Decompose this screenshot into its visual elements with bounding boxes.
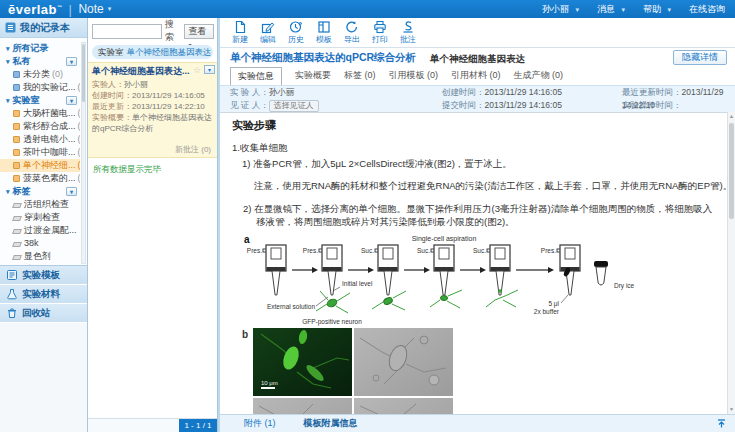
group-menu-button[interactable]: ▾	[66, 96, 77, 105]
panel-a-label: a	[244, 234, 250, 245]
card-menu-button[interactable]: ▾	[204, 65, 215, 74]
group-label: 所有记录	[13, 43, 49, 53]
view-dropdown-button[interactable]: 查看 ▾	[184, 24, 214, 39]
tab-products[interactable]: 生成产物 (0)	[514, 67, 564, 85]
toolbar-export-button[interactable]: 导出	[338, 18, 366, 47]
initial-level-label: Initial level	[342, 280, 373, 287]
field-label: 实验操作时间：	[622, 100, 682, 110]
sidebar-tag-biopsy[interactable]: 活组织检查	[0, 198, 80, 211]
online-support-link[interactable]: 在线咨询	[689, 3, 725, 16]
sidebar-tag-color-reagent[interactable]: 显色剂	[0, 250, 80, 263]
sidebar-tag-transition-metal[interactable]: 过渡金属配...	[0, 224, 80, 237]
hide-details-button[interactable]: 隐藏详情	[673, 50, 727, 65]
dic-image	[354, 328, 453, 396]
toolbar-annotate-button[interactable]: 批注	[394, 18, 422, 47]
toolbar-edit-button[interactable]: 编辑	[254, 18, 282, 47]
tab-experiment-summary[interactable]: 实验概要	[295, 67, 331, 85]
top-header-bar: ēverlab™| Note ▾ 孙小丽 ▾ 消息 ▾ 帮助 ▾ 在线咨询	[0, 0, 735, 18]
collapse-to-top-icon[interactable]	[716, 418, 727, 429]
sidebar-item-tem-mouse[interactable]: 透射电镜小...(0)	[0, 133, 80, 146]
caret-down-icon: ▾	[6, 188, 10, 195]
sidebar-item-my-experiment-records[interactable]: 我的实验记...(1)	[0, 81, 80, 94]
sidebar-item-experiment-templates[interactable]: 实验模板	[0, 266, 87, 285]
sidebar-item-ecoli-electroporation[interactable]: 大肠杆菌电...(5)	[0, 107, 80, 120]
note-card[interactable]: 单个神经细胞基因表达... ☆ ▾ 实验人：孙小丽 创建时间：2013/11/2…	[88, 62, 217, 158]
select-witness-button[interactable]: 选择见证人	[269, 100, 319, 112]
attachments-link[interactable]: 附件 (1)	[244, 417, 276, 430]
annotations-link[interactable]: 新批注 (0)	[175, 144, 211, 155]
item-count: (0)	[78, 134, 80, 144]
caret-down-icon: ▾	[70, 98, 73, 104]
star-icon[interactable]: ☆	[193, 65, 201, 75]
group-menu-button[interactable]: ▾	[66, 187, 77, 196]
sidebar-item-recycle-bin[interactable]: 回收站	[0, 304, 87, 323]
tool-label: 新建	[232, 35, 248, 44]
sidebar-item-single-neuron[interactable]: 单个神经细...(1)	[0, 159, 80, 172]
item-label: 透射电镜小...	[23, 134, 76, 144]
sidebar-group-private[interactable]: ▾私有▾	[0, 55, 80, 68]
dic-image-with-pipette	[253, 398, 352, 414]
experiment-item-icon	[13, 136, 20, 143]
sidebar-tag-puncture[interactable]: 穿刺检查	[0, 211, 80, 224]
scrollbar-thumb[interactable]	[82, 44, 85, 102]
created-value: 2013/11/29 14:16:05	[485, 87, 562, 97]
filter-chip[interactable]: 实验室单个神经细胞基因表达	[92, 45, 213, 59]
buffer-name-label: 2x buffer	[534, 308, 560, 315]
item-label: 菠菜色素的...	[23, 173, 76, 183]
tab-referenced-materials[interactable]: 引用材料 (0)	[451, 67, 501, 85]
notebook-name: 单个神经细胞基因表达	[220, 53, 735, 66]
template-info-link[interactable]: 模板附属信息	[304, 417, 358, 430]
user-menu[interactable]: 孙小丽 ▾	[542, 3, 579, 16]
toolbar-history-button[interactable]: 历史	[282, 18, 310, 47]
figure-b-micrographs: b 10 μm	[242, 328, 721, 414]
sidebar-item-experiment-materials[interactable]: 实验材料	[0, 285, 87, 304]
search-button[interactable]: 搜索	[165, 18, 181, 44]
sidebar-item-spinach-pigment[interactable]: 菠菜色素的...(1)	[0, 172, 80, 185]
sidebar-group-laboratory[interactable]: ▾实验室▾	[0, 94, 80, 107]
created-value: 2013/11/29 14:16:05	[132, 91, 205, 100]
toolbar-print-button[interactable]: 打印	[366, 18, 394, 47]
caret-down-icon: ▾	[6, 97, 10, 104]
sidebar-item-paclitaxel-synthesis[interactable]: 紫杉醇合成...(7)	[0, 120, 80, 133]
neuron-dendrites	[316, 290, 518, 313]
trademark: ™	[57, 3, 63, 9]
toolbar-new-button[interactable]: 新建	[226, 18, 254, 47]
printer-icon	[373, 20, 387, 34]
sidebar-item-tea-caffeine[interactable]: 茶叶中咖啡...(2)	[0, 146, 80, 159]
submitted-value: 2013/11/29 14:16:05	[485, 100, 562, 110]
tool-label: 导出	[344, 35, 360, 44]
sidebar-scrollbar[interactable]	[81, 42, 86, 264]
content-scrollbar[interactable]: ▲ ▼	[727, 112, 735, 414]
field-label: 实 验 人：	[230, 87, 269, 97]
sidebar-item-uncategorized[interactable]: 未分类(0)	[0, 68, 80, 81]
flask-icon	[6, 288, 18, 300]
my-notebook-header[interactable]: 我的记录本	[0, 18, 87, 38]
logo[interactable]: ēverlab™|	[8, 2, 78, 17]
search-bar: 搜索 查看 ▾	[92, 23, 214, 39]
experiment-item-icon	[13, 175, 20, 182]
sidebar-group-all-records[interactable]: ▾所有记录	[0, 42, 80, 55]
notebook-icon	[5, 22, 16, 33]
chip-name: 单个神经细胞基因表达	[127, 47, 212, 57]
messages-menu[interactable]: 消息 ▾	[597, 3, 625, 16]
help-menu[interactable]: 帮助 ▾	[643, 3, 671, 16]
tab-experiment-info[interactable]: 实验信息	[230, 67, 282, 86]
notebook-tree: ▾所有记录 ▾私有▾ 未分类(0) 我的实验记...(1) ▾实验室▾ 大肠杆菌…	[0, 42, 80, 276]
search-input[interactable]	[92, 24, 162, 39]
group-menu-button[interactable]: ▾	[66, 57, 77, 66]
chevron-down-icon[interactable]: ▾	[108, 5, 112, 13]
tab-tags[interactable]: 标签 (0)	[344, 67, 376, 85]
sidebar-group-tags[interactable]: ▾标签▾	[0, 185, 80, 198]
sidebar: 我的记录本 ▾所有记录 ▾私有▾ 未分类(0) 我的实验记...(1) ▾实验室…	[0, 18, 88, 432]
sidebar-tag-38k[interactable]: 38k	[0, 237, 80, 250]
scrollbar-thumb[interactable]	[729, 123, 734, 219]
item-count: (2)	[78, 147, 80, 157]
pressure-label: Pres.	[247, 247, 262, 254]
tool-label: 编辑	[260, 35, 276, 44]
scroll-up-arrow[interactable]: ▲	[728, 112, 735, 121]
steps-heading: 实验步骤	[232, 119, 721, 132]
app-window: ēverlab™| Note ▾ 孙小丽 ▾ 消息 ▾ 帮助 ▾ 在线咨询 我的…	[0, 0, 735, 432]
toolbar-template-button[interactable]: 模板	[310, 18, 338, 47]
tab-referenced-templates[interactable]: 引用模板 (0)	[389, 67, 439, 85]
scroll-down-arrow[interactable]: ▼	[728, 405, 735, 414]
